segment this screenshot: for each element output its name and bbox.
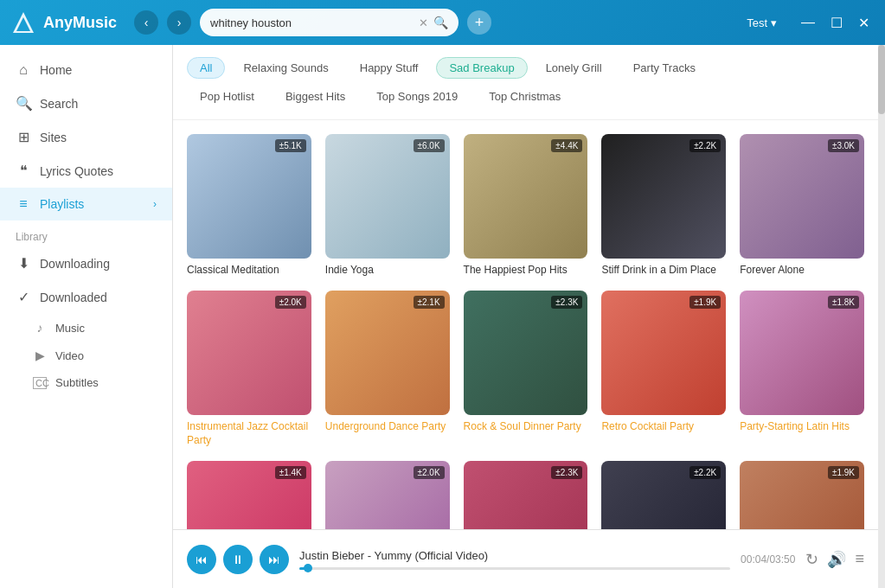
sidebar-item-sites[interactable]: ⊞ Sites (0, 120, 172, 154)
sidebar-sub-video[interactable]: ▶ Video (0, 342, 172, 369)
playlist-label-7: Underground Dance Party (325, 420, 450, 434)
filter-christmas[interactable]: Top Christmas (476, 86, 574, 107)
playlist-thumb-7: ±2.1K (325, 291, 450, 415)
playlist-thumb-2: ±6.0K (325, 134, 450, 259)
playlist-thumb-5: ±3.0K (740, 134, 864, 259)
playlist-label-3: The Happiest Pop Hits (464, 264, 588, 278)
sidebar-label-video: Video (55, 349, 84, 362)
subtitles-icon: CC (33, 377, 47, 389)
minimize-button[interactable]: — (796, 13, 820, 33)
count-badge-5: ±3.0K (828, 139, 859, 152)
playlist-item-8[interactable]: ±2.3KRock & Soul Dinner Party (464, 291, 588, 447)
playlist-item-11[interactable]: ±1.4KPunk Party (187, 461, 311, 529)
playlist-item-15[interactable]: ±1.9KMidnight Melancholy (740, 461, 864, 529)
playlist-image-1 (187, 134, 311, 259)
sidebar-item-downloading[interactable]: ⬇ Downloading (0, 246, 172, 280)
playlist-item-4[interactable]: ±2.2KStiff Drink in a Dim Place (601, 134, 726, 277)
filter-sad[interactable]: Sad Breakup (436, 57, 527, 79)
sidebar: ⌂ Home 🔍 Search ⊞ Sites ❝ Lyrics Quotes … (0, 45, 173, 588)
count-badge-7: ±2.1K (414, 296, 445, 309)
sites-icon: ⊞ (16, 129, 31, 145)
player-actions: ↻ 🔊 ≡ (805, 550, 864, 569)
scrollbar-thumb[interactable] (878, 45, 885, 114)
search-icon[interactable]: 🔍 (433, 16, 448, 29)
close-button[interactable]: ✕ (853, 13, 875, 33)
content-area: All Relaxing Sounds Happy Stuff Sad Brea… (173, 45, 878, 588)
filter-party[interactable]: Party Tracks (620, 57, 709, 79)
player-dot (304, 564, 312, 572)
player-progress[interactable] (299, 567, 730, 570)
player-volume-button[interactable]: 🔊 (827, 550, 846, 569)
playlist-image-10 (740, 291, 864, 415)
playlist-item-10[interactable]: ±1.8KParty-Starting Latin Hits (740, 291, 864, 447)
count-badge-14: ±2.2K (689, 466, 721, 479)
playlist-thumb-9: ±1.9K (601, 291, 726, 415)
sidebar-label-search: Search (40, 97, 78, 111)
user-menu[interactable]: Test ▾ (747, 16, 777, 29)
playlist-item-1[interactable]: ±5.1KClassical Meditation (187, 134, 311, 277)
filter-pop[interactable]: Pop Hotlist (187, 86, 267, 107)
playlist-thumb-13: ±2.3K (464, 461, 588, 529)
playlist-item-7[interactable]: ±2.1KUnderground Dance Party (325, 291, 450, 447)
library-section-label: Library (0, 220, 172, 246)
filter-relaxing[interactable]: Relaxing Sounds (230, 57, 341, 79)
sidebar-sub-music[interactable]: ♪ Music (0, 314, 172, 342)
filter-row-1: All Relaxing Sounds Happy Stuff Sad Brea… (187, 57, 864, 79)
playlist-label-5: Forever Alone (740, 264, 864, 278)
playlist-item-2[interactable]: ±6.0KIndie Yoga (325, 134, 450, 277)
search-input[interactable] (210, 16, 414, 29)
maximize-button[interactable]: ☐ (825, 13, 848, 33)
count-badge-6: ±2.0K (275, 296, 306, 309)
sidebar-item-playlists[interactable]: ≡ Playlists › (0, 188, 172, 220)
sidebar-label-sites: Sites (40, 131, 67, 144)
playlist-item-5[interactable]: ±3.0KForever Alone (740, 134, 864, 277)
playlist-item-14[interactable]: ±2.2KAnother Lonely Night (601, 461, 726, 529)
scrollbar-track[interactable] (878, 45, 885, 588)
count-badge-15: ±1.9K (828, 466, 859, 479)
player-pause-button[interactable]: ⏸ (223, 545, 253, 574)
count-badge-1: ±5.1K (275, 139, 306, 152)
player-prev-button[interactable]: ⏮ (187, 545, 216, 574)
user-name: Test (747, 16, 767, 29)
playlist-item-12[interactable]: ±2.0KFamily Approved Reggaeton Party (325, 461, 450, 529)
chevron-down-icon: ▾ (771, 16, 777, 29)
playlist-item-13[interactable]: ±2.3KOne is the Loneliest Number (464, 461, 588, 529)
sidebar-item-lyrics[interactable]: ❝ Lyrics Quotes (0, 154, 172, 188)
sidebar-item-downloaded[interactable]: ✓ Downloaded (0, 280, 172, 314)
filter-biggest[interactable]: Biggest Hits (273, 86, 358, 107)
check-icon: ✓ (16, 289, 31, 305)
count-badge-11: ±1.4K (275, 466, 306, 479)
filter-top2019[interactable]: Top Songs 2019 (363, 86, 471, 107)
playlist-thumb-1: ±5.1K (187, 134, 311, 259)
playlist-label-8: Rock & Soul Dinner Party (464, 420, 588, 434)
lyrics-icon: ❝ (16, 163, 31, 179)
add-tab-button[interactable]: + (467, 10, 491, 35)
home-icon: ⌂ (16, 62, 31, 78)
playlist-label-1: Classical Meditation (187, 264, 311, 278)
count-badge-10: ±1.8K (828, 296, 859, 309)
nav-forward-button[interactable]: › (167, 10, 191, 35)
playlist-item-6[interactable]: ±2.0KInstrumental Jazz Cocktail Party (187, 291, 311, 447)
playlist-item-3[interactable]: ±4.4KThe Happiest Pop Hits (464, 134, 588, 277)
playlist-thumb-4: ±2.2K (601, 134, 726, 259)
sidebar-sub-subtitles[interactable]: CC Subtitles (0, 369, 172, 396)
playlist-label-4: Stiff Drink in a Dim Place (601, 264, 726, 278)
download-icon: ⬇ (16, 255, 31, 272)
player-next-button[interactable]: ⏭ (260, 545, 289, 574)
playlist-item-9[interactable]: ±1.9KRetro Cocktail Party (601, 291, 726, 447)
filter-happy[interactable]: Happy Stuff (347, 57, 432, 79)
playlist-thumb-10: ±1.8K (740, 291, 864, 415)
playlist-image-7 (325, 291, 450, 415)
music-icon: ♪ (33, 321, 47, 335)
player-queue-button[interactable]: ≡ (855, 550, 864, 568)
sidebar-item-home[interactable]: ⌂ Home (0, 54, 172, 86)
player-repeat-button[interactable]: ↻ (805, 550, 818, 569)
nav-back-button[interactable]: ‹ (134, 10, 158, 35)
search-clear-icon[interactable]: ✕ (419, 16, 428, 29)
sidebar-item-search[interactable]: 🔍 Search (0, 86, 172, 120)
player-time: 00:04/03:50 (741, 553, 795, 566)
count-badge-4: ±2.2K (689, 139, 721, 152)
filter-all[interactable]: All (187, 57, 225, 79)
filter-lonely[interactable]: Lonely Grill (533, 57, 615, 79)
playlist-label-10: Party-Starting Latin Hits (740, 420, 864, 434)
